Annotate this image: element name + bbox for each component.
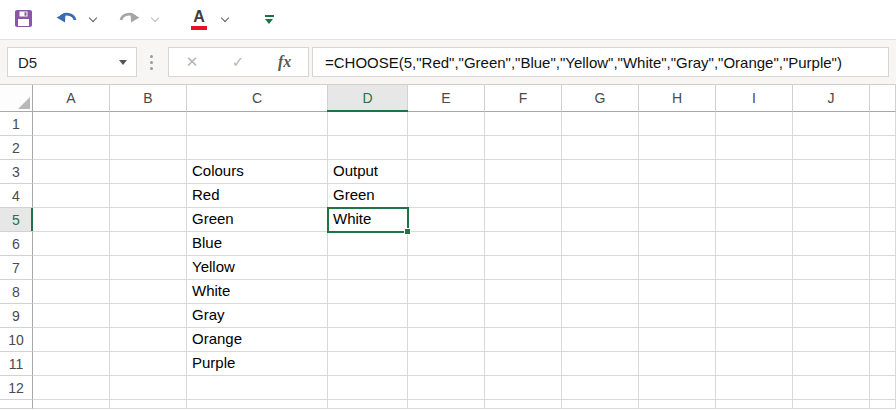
cell-E7[interactable]	[408, 256, 485, 280]
cell-F9[interactable]	[485, 304, 562, 328]
cell-partial[interactable]	[870, 328, 896, 352]
cell-B8[interactable]	[110, 280, 187, 304]
cell-I11[interactable]	[716, 352, 793, 376]
cell-E13[interactable]	[408, 400, 485, 409]
cell-B10[interactable]	[110, 328, 187, 352]
cell-G7[interactable]	[562, 256, 639, 280]
cell-H6[interactable]	[639, 232, 716, 256]
row-header-13[interactable]	[0, 400, 33, 409]
cell-H11[interactable]	[639, 352, 716, 376]
cell-G3[interactable]	[562, 160, 639, 184]
cell-C10[interactable]: Orange	[187, 328, 328, 352]
cell-H10[interactable]	[639, 328, 716, 352]
cell-partial[interactable]	[870, 352, 896, 376]
cell-H2[interactable]	[639, 136, 716, 160]
cell-H8[interactable]	[639, 280, 716, 304]
cell-partial[interactable]	[870, 304, 896, 328]
cell-G2[interactable]	[562, 136, 639, 160]
column-header-B[interactable]: B	[110, 85, 187, 112]
font-color-dropdown-button[interactable]	[212, 5, 238, 35]
column-header-D[interactable]: D	[328, 85, 408, 112]
cell-D10[interactable]	[328, 328, 408, 352]
cell-J6[interactable]	[793, 232, 870, 256]
cell-H7[interactable]	[639, 256, 716, 280]
cell-B2[interactable]	[110, 136, 187, 160]
cell-J3[interactable]	[793, 160, 870, 184]
cell-B1[interactable]	[110, 112, 187, 136]
redo-button[interactable]	[116, 5, 142, 35]
cell-D12[interactable]	[328, 376, 408, 400]
row-header-11[interactable]: 11	[0, 352, 33, 376]
cell-F12[interactable]	[485, 376, 562, 400]
cell-A7[interactable]	[33, 256, 110, 280]
row-header-3[interactable]: 3	[0, 160, 33, 184]
cell-J9[interactable]	[793, 304, 870, 328]
row-header-10[interactable]: 10	[0, 328, 33, 352]
cell-C2[interactable]	[187, 136, 328, 160]
column-header-H[interactable]: H	[639, 85, 716, 112]
cell-C3[interactable]: Colours	[187, 160, 328, 184]
cell-B6[interactable]	[110, 232, 187, 256]
cell-I3[interactable]	[716, 160, 793, 184]
cell-partial[interactable]	[870, 232, 896, 256]
cell-C12[interactable]	[187, 376, 328, 400]
cell-partial[interactable]	[870, 136, 896, 160]
cell-F1[interactable]	[485, 112, 562, 136]
cell-F4[interactable]	[485, 184, 562, 208]
cell-D13[interactable]	[328, 400, 408, 409]
row-header-9[interactable]: 9	[0, 304, 33, 328]
cell-G1[interactable]	[562, 112, 639, 136]
cell-D11[interactable]	[328, 352, 408, 376]
cell-E12[interactable]	[408, 376, 485, 400]
cell-E2[interactable]	[408, 136, 485, 160]
cell-partial[interactable]	[870, 160, 896, 184]
column-header-A[interactable]: A	[33, 85, 110, 112]
cell-I2[interactable]	[716, 136, 793, 160]
cell-C6[interactable]: Blue	[187, 232, 328, 256]
cell-H12[interactable]	[639, 376, 716, 400]
name-box[interactable]: D5	[7, 47, 137, 77]
cell-F3[interactable]	[485, 160, 562, 184]
cell-A12[interactable]	[33, 376, 110, 400]
cell-G4[interactable]	[562, 184, 639, 208]
cell-A13[interactable]	[33, 400, 110, 409]
cell-partial[interactable]	[870, 112, 896, 136]
cell-I1[interactable]	[716, 112, 793, 136]
cell-I5[interactable]	[716, 208, 793, 232]
cell-E3[interactable]	[408, 160, 485, 184]
cell-F10[interactable]	[485, 328, 562, 352]
cell-J12[interactable]	[793, 376, 870, 400]
row-header-6[interactable]: 6	[0, 232, 33, 256]
column-header-J[interactable]: J	[793, 85, 870, 112]
cell-H13[interactable]	[639, 400, 716, 409]
cancel-button[interactable]: ✕	[186, 53, 199, 71]
cell-partial[interactable]	[870, 280, 896, 304]
cell-I4[interactable]	[716, 184, 793, 208]
cell-G10[interactable]	[562, 328, 639, 352]
column-header-F[interactable]: F	[485, 85, 562, 112]
cell-A2[interactable]	[33, 136, 110, 160]
cell-I13[interactable]	[716, 400, 793, 409]
cell-B13[interactable]	[110, 400, 187, 409]
cell-B3[interactable]	[110, 160, 187, 184]
cell-C1[interactable]	[187, 112, 328, 136]
cell-C13[interactable]	[187, 400, 328, 409]
cell-B11[interactable]	[110, 352, 187, 376]
cell-J10[interactable]	[793, 328, 870, 352]
cell-A1[interactable]	[33, 112, 110, 136]
cell-E11[interactable]	[408, 352, 485, 376]
row-header-4[interactable]: 4	[0, 184, 33, 208]
cell-G6[interactable]	[562, 232, 639, 256]
cell-C9[interactable]: Gray	[187, 304, 328, 328]
cell-I7[interactable]	[716, 256, 793, 280]
cell-B9[interactable]	[110, 304, 187, 328]
formula-bar-grip[interactable]	[150, 55, 153, 70]
font-color-button[interactable]: A	[186, 5, 212, 35]
cell-E6[interactable]	[408, 232, 485, 256]
column-header-G[interactable]: G	[562, 85, 639, 112]
cell-H1[interactable]	[639, 112, 716, 136]
cell-E8[interactable]	[408, 280, 485, 304]
cell-partial[interactable]	[870, 256, 896, 280]
column-header-E[interactable]: E	[408, 85, 485, 112]
row-header-2[interactable]: 2	[0, 136, 33, 160]
